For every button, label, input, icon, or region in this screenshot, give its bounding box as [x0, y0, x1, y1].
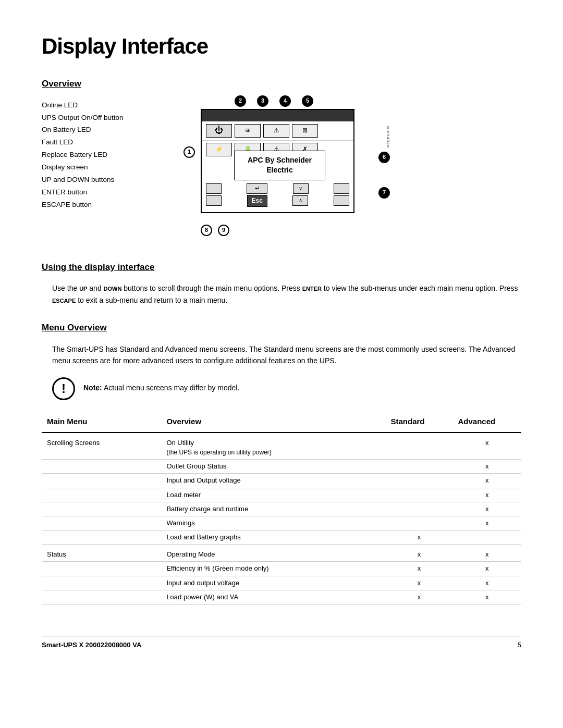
footer-doc: Smart-UPS X 200022008000 VA	[42, 640, 141, 650]
bottom-left-1	[206, 195, 222, 206]
table-row: Load meterx	[42, 488, 521, 502]
button-c: ⚠	[263, 124, 289, 138]
vertical-code: su03432a	[385, 126, 391, 148]
cell-advanced: x	[453, 502, 522, 516]
button-b: ≋	[235, 124, 261, 138]
cell-advanced: x	[453, 433, 522, 460]
callout-6: 6	[378, 152, 390, 163]
cell-overview: Outlet Group Status	[161, 460, 385, 474]
ups-device-box: ⏻ ≋ ⚠ ⊠ ⚡ 🔋 ⚠ ✗ APC By Schneider Electri…	[201, 109, 354, 213]
cell-main	[42, 460, 161, 474]
cell-standard: x	[385, 576, 452, 590]
ups-diagram: 2 3 4 5 1 ⏻ ≋ ⚠ ⊠ ⚡ 🔋	[172, 94, 391, 240]
cell-overview: Input and Output voltage	[161, 474, 385, 488]
esc-button: Esc	[247, 195, 267, 207]
cell-advanced: x	[453, 590, 522, 604]
ups-enter-row: ↵ ∨	[206, 183, 349, 194]
overview-label-7: UP and DOWN buttons	[42, 174, 156, 186]
overview-section: Overview Online LEDUPS Output On/Off but…	[42, 78, 521, 240]
cell-standard	[385, 460, 452, 474]
enter-button: ↵	[247, 183, 267, 194]
callout-2: 2	[235, 95, 246, 107]
power-button: ⏻	[206, 124, 232, 138]
using-text: Use the UP and DOWN buttons to scroll th…	[52, 282, 521, 306]
cell-standard	[385, 516, 452, 530]
table-row: Load and Battery graphsx	[42, 530, 521, 545]
overview-label-4: Fault LED	[42, 137, 156, 149]
cell-standard: x	[385, 530, 452, 545]
cell-advanced: x	[453, 516, 522, 530]
cell-main	[42, 474, 161, 488]
table-row: Outlet Group Statusx	[42, 460, 521, 474]
footer-page: 5	[518, 640, 521, 650]
cell-overview: Input and output voltage	[161, 576, 385, 590]
up-button: ∧	[292, 195, 308, 206]
callout-7: 7	[378, 187, 390, 199]
cell-main	[42, 516, 161, 530]
overview-label-2: UPS Output On/Off button	[42, 112, 156, 124]
table-row: Scrolling ScreensOn Utility(the UPS is o…	[42, 433, 521, 460]
cell-overview: Efficiency in % (Green mode only)	[161, 562, 385, 576]
cell-main: Scrolling Screens	[42, 433, 161, 460]
cell-advanced: x	[453, 562, 522, 576]
table-row: Warningsx	[42, 516, 521, 530]
overview-label-9: ESCAPE button	[42, 199, 156, 211]
menu-table: Main Menu Overview Standard Advanced Scr…	[42, 413, 521, 604]
cell-advanced: x	[453, 488, 522, 502]
overview-label-1: Online LED	[42, 100, 156, 112]
page-title: Display Interface	[42, 31, 521, 62]
cell-overview: Load meter	[161, 488, 385, 502]
note-box: ! Note: Actual menu screens may differ b…	[52, 377, 521, 400]
table-row: Load power (W) and VAxx	[42, 590, 521, 604]
cell-main	[42, 530, 161, 545]
note-icon: !	[52, 377, 75, 400]
table-row: Battery charge and runtimex	[42, 502, 521, 516]
cell-advanced: x	[453, 545, 522, 562]
cell-advanced: x	[453, 460, 522, 474]
overview-heading: Overview	[42, 78, 521, 90]
menu-overview-section: Menu Overview The Smart-UPS has Standard…	[42, 322, 521, 604]
down-button: ∨	[293, 183, 309, 194]
callout-4: 4	[279, 95, 291, 107]
cell-main	[42, 590, 161, 604]
table-row: StatusOperating Modexx	[42, 545, 521, 562]
cell-main	[42, 502, 161, 516]
cell-main	[42, 562, 161, 576]
callout-3: 3	[257, 95, 268, 107]
cell-main	[42, 576, 161, 590]
overview-label-6: Display screen	[42, 162, 156, 174]
menu-overview-heading: Menu Overview	[42, 322, 521, 334]
cell-advanced	[453, 530, 522, 545]
table-header-advanced: Advanced	[453, 413, 522, 433]
page-footer: Smart-UPS X 200022008000 VA 5	[42, 636, 521, 650]
table-header-standard: Standard	[385, 413, 452, 433]
cell-main: Status	[42, 545, 161, 562]
table-header-overview: Overview	[161, 413, 385, 433]
table-row: Input and Output voltagex	[42, 474, 521, 488]
table-row: Efficiency in % (Green mode only)xx	[42, 562, 521, 576]
overview-label-5: Replace Battery LED	[42, 149, 156, 161]
overview-label-3: On Battery LED	[42, 124, 156, 136]
cell-standard: x	[385, 545, 452, 562]
callout-5: 5	[302, 95, 313, 107]
callout-9: 9	[218, 225, 229, 236]
table-header-main: Main Menu	[42, 413, 161, 433]
ups-button-row: ⏻ ≋ ⚠ ⊠	[202, 121, 353, 141]
menu-overview-text: The Smart-UPS has Standard and Advanced …	[52, 343, 521, 367]
cell-overview: Operating Mode	[161, 545, 385, 562]
ups-brand: APC By Schneider Electric	[234, 151, 325, 180]
button-d: ⊠	[292, 124, 318, 138]
cell-main	[42, 488, 161, 502]
cell-overview: Load and Battery graphs	[161, 530, 385, 545]
brand-line1: APC By Schneider	[239, 155, 321, 166]
callout-8: 8	[201, 225, 212, 236]
icon-a: ⚡	[206, 143, 232, 156]
bottom-right-1	[334, 195, 349, 206]
cell-advanced: x	[453, 474, 522, 488]
cell-standard	[385, 488, 452, 502]
overview-labels: Online LEDUPS Output On/Off buttonOn Bat…	[42, 100, 156, 240]
enter-right	[334, 183, 349, 194]
cell-standard: x	[385, 562, 452, 576]
using-section: Using the display interface Use the UP a…	[42, 261, 521, 306]
cell-standard	[385, 502, 452, 516]
